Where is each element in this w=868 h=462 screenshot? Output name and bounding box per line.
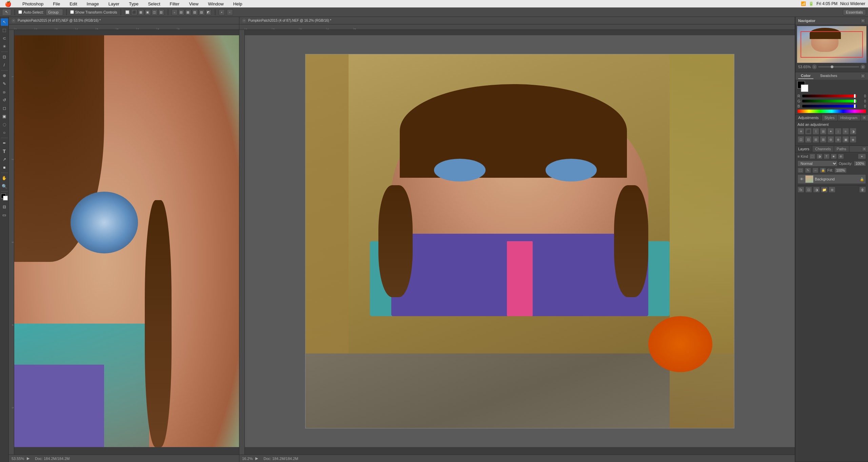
pen-tool[interactable]: ✒ — [1, 139, 8, 147]
create-group-btn[interactable]: 📁 — [821, 187, 828, 193]
blend-mode-select[interactable]: Normal — [797, 160, 837, 167]
align-right-icon[interactable]: ▦ — [138, 9, 144, 15]
red-slider[interactable] — [802, 95, 856, 97]
distribute-bottom-icon[interactable]: ◩ — [205, 9, 212, 15]
right-doc-canvas[interactable] — [239, 30, 795, 455]
menu-select[interactable]: Select — [146, 1, 162, 7]
layers-lock-paint[interactable]: ✎ — [805, 168, 811, 173]
distribute-right-icon[interactable]: ▩ — [185, 9, 191, 15]
delete-layer-btn[interactable]: 🗑 — [859, 187, 866, 193]
color-lookup-icon[interactable]: ⊞ — [812, 136, 819, 143]
menu-file[interactable]: File — [51, 1, 62, 7]
background-color[interactable] — [3, 196, 8, 200]
menu-window[interactable]: Window — [206, 1, 225, 7]
left-doc-canvas[interactable]: 1 2 3 4 5 — [9, 30, 239, 455]
show-transform-checkbox[interactable]: Show Transform Controls — [70, 10, 117, 14]
layers-filter-smart[interactable]: ⊕ — [838, 154, 844, 159]
curves-icon[interactable]: ⌇ — [812, 128, 819, 135]
adjustments-tab[interactable]: Adjustments — [795, 115, 822, 121]
navigator-view-box[interactable] — [801, 31, 863, 58]
left-doc-close[interactable]: × — [12, 19, 16, 23]
threshold-icon[interactable]: ⊕ — [835, 136, 842, 143]
layers-filter-pixel[interactable]: ⬚ — [809, 154, 815, 159]
create-layer-btn[interactable]: ⊕ — [829, 187, 835, 193]
apple-menu[interactable]: 🍎 — [3, 0, 14, 8]
distribute-top-icon[interactable]: ▨ — [192, 9, 198, 15]
navigator-zoom-out[interactable]: − — [812, 64, 817, 69]
crop-tool[interactable]: ⊡ — [1, 53, 8, 61]
add-layer-style-btn[interactable]: fx — [797, 187, 804, 193]
color-tab[interactable]: Color — [798, 73, 813, 79]
layers-lock-move[interactable]: ↔ — [812, 168, 818, 173]
layers-filter-toggle[interactable]: ● — [858, 154, 866, 159]
background-layer-item[interactable]: 👁 Background 🔒 — [797, 174, 866, 184]
align-bottom-icon[interactable]: ▥ — [158, 9, 164, 15]
opacity-input[interactable] — [854, 161, 866, 166]
shape-tool[interactable]: ■ — [1, 164, 8, 171]
clone-stamp-tool[interactable]: ⎄ — [1, 88, 8, 96]
type-tool[interactable]: T — [1, 148, 8, 155]
menu-type[interactable]: Type — [127, 1, 140, 7]
healing-brush-tool[interactable]: ⊕ — [1, 72, 8, 79]
align-top-icon[interactable]: ▣ — [145, 9, 151, 15]
create-fill-adj-btn[interactable]: ◑ — [813, 187, 820, 193]
move-tool[interactable]: ↖ — [1, 18, 8, 26]
black-white-icon[interactable]: ◑ — [850, 128, 856, 135]
align-middle-h-icon[interactable]: ◫ — [152, 9, 158, 15]
hand-tool[interactable]: ✋ — [1, 174, 8, 182]
right-doc-close[interactable]: × — [242, 19, 246, 23]
blur-tool[interactable]: ◌ — [1, 121, 8, 128]
vibrance-icon[interactable]: ✦ — [827, 128, 834, 135]
histogram-tab[interactable]: Histogram — [838, 115, 861, 121]
background-swatch[interactable] — [801, 84, 808, 92]
brightness-icon[interactable]: ☀ — [797, 128, 804, 135]
swatches-tab[interactable]: Swatches — [817, 73, 840, 79]
right-zoom-in[interactable]: ▶ — [255, 456, 258, 461]
lasso-tool[interactable]: ⊂ — [1, 35, 8, 42]
photo-filter-icon[interactable]: ⊡ — [797, 136, 804, 143]
green-slider[interactable] — [802, 100, 856, 102]
menu-layer[interactable]: Layer — [106, 1, 122, 7]
menu-help[interactable]: Help — [231, 1, 244, 7]
menu-image[interactable]: Image — [85, 1, 101, 7]
levels-icon[interactable]: ⬛ — [805, 128, 812, 135]
selective-color-icon[interactable]: ◈ — [850, 136, 856, 143]
left-doc-tab[interactable]: × PumpkinPatch2015 (4 of 87).NEF @ 53.5%… — [9, 17, 239, 24]
essentials-button[interactable]: Essentials — [843, 9, 866, 15]
history-brush-tool[interactable]: ↺ — [1, 96, 8, 104]
move-tool-icon[interactable]: ↖ — [2, 9, 11, 16]
screen-mode-btn[interactable]: ▭ — [1, 211, 8, 219]
color-swatches[interactable] — [1, 194, 8, 200]
styles-tab[interactable]: Styles — [822, 115, 838, 121]
right-doc-tab[interactable]: × PumpkinPatch2015 (4 of 87).NEF @ 16.2%… — [239, 17, 795, 24]
left-zoom-in[interactable]: ▶ — [27, 456, 29, 461]
layers-filter-type[interactable]: T — [824, 154, 830, 159]
exposure-icon[interactable]: ⊞ — [820, 128, 827, 135]
fill-input[interactable] — [834, 168, 847, 173]
auto-align-icon[interactable]: ▪ — [219, 9, 225, 15]
adjustments-menu-btn[interactable]: ≡ — [862, 115, 867, 120]
color-fg-bg-swatches[interactable] — [797, 81, 808, 92]
layers-filter-adjust[interactable]: ◑ — [816, 154, 823, 159]
channels-tab[interactable]: Channels — [812, 146, 834, 152]
paths-tab[interactable]: Paths — [834, 146, 849, 152]
eraser-tool[interactable]: ◻ — [1, 104, 8, 112]
layers-lock-all[interactable]: 🔒 — [820, 168, 826, 173]
auto-select-checkbox[interactable]: Auto-Select: — [18, 10, 44, 14]
add-mask-btn[interactable]: ⊡ — [805, 187, 812, 193]
auto-select-mode[interactable]: Group — [46, 9, 63, 16]
navigator-zoom-in[interactable]: + — [861, 64, 865, 69]
layers-lock-transparent[interactable]: ⬚ — [797, 168, 804, 173]
menu-edit[interactable]: Edit — [67, 1, 79, 7]
quick-mask-btn[interactable]: ⊟ — [1, 203, 8, 211]
menu-photoshop[interactable]: Photoshop — [20, 1, 45, 7]
layers-menu-btn[interactable]: ≡ — [862, 147, 867, 151]
color-balance-icon[interactable]: ≡ — [842, 128, 849, 135]
magic-wand-tool[interactable]: ✳ — [1, 43, 8, 50]
blue-slider[interactable] — [802, 105, 856, 108]
invert-icon[interactable]: ⊠ — [820, 136, 827, 143]
eyedropper-tool[interactable]: / — [1, 61, 8, 69]
posterize-icon[interactable]: ⊛ — [827, 136, 834, 143]
path-select-tool[interactable]: ↗ — [1, 156, 8, 163]
distribute-left-icon[interactable]: ⬦ — [172, 9, 178, 15]
